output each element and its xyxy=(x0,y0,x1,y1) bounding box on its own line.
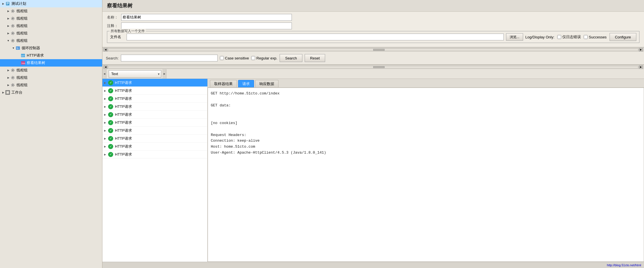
gear-icon xyxy=(10,68,15,73)
file-group-legend: 所有数据写入一个文件 xyxy=(110,29,146,34)
log-errors-checkbox[interactable] xyxy=(557,35,561,39)
list-item-label: HTTP请求 xyxy=(115,128,132,133)
scrollbar-top[interactable]: ◀ ▶ xyxy=(102,47,644,52)
plan-icon xyxy=(5,1,10,6)
list-panel: ▶ ✓ HTTP请求 ▶ ✓ HTTP请求 ▶ ✓ HTTP请求 ▶ ✓ HTT… xyxy=(102,79,208,262)
configure-button[interactable]: Configure xyxy=(610,33,636,41)
text-dropdown-wrapper: Text RegExp Tester CSS/JQuery Tester JSO… xyxy=(109,70,161,78)
detail-content: GET http://home.51cto.com/index GET data… xyxy=(208,88,644,262)
http-icon: HTTP xyxy=(20,53,26,58)
list-item-label: HTTP请求 xyxy=(115,112,132,117)
arrow-icon xyxy=(16,61,20,65)
success-icon: ✓ xyxy=(108,136,113,141)
successes-label: Successes xyxy=(589,35,607,39)
search-button[interactable]: Search xyxy=(280,54,302,62)
list-item[interactable]: ▶ ✓ HTTP请求 xyxy=(102,79,207,87)
sidebar-item-label: 线程组 xyxy=(16,31,28,36)
list-arrow-icon: ▶ xyxy=(104,113,108,116)
arrow-icon: ▼ xyxy=(6,39,10,43)
sidebar-item-http-request[interactable]: HTTP HTTP请求 xyxy=(0,52,102,59)
sidebar-item-tg8[interactable]: ▶ 线程组 xyxy=(0,81,102,89)
toolbar-scroll-right[interactable]: ▶ xyxy=(162,69,166,79)
svg-point-22 xyxy=(12,77,14,79)
file-group-box: 所有数据写入一个文件 文件名 浏览... Log/Display Only: 仅… xyxy=(107,31,639,43)
list-item-label: HTTP请求 xyxy=(115,80,132,85)
browse-button[interactable]: 浏览... xyxy=(506,33,523,41)
list-item[interactable]: ▶ ✓ HTTP请求 xyxy=(102,135,207,143)
search-input[interactable] xyxy=(121,55,218,61)
sidebar-item-label: 测试计划 xyxy=(11,1,26,6)
list-item[interactable]: ▶ ✓ HTTP请求 xyxy=(102,143,207,151)
arrow-icon: ▶ xyxy=(6,68,10,72)
sidebar-item-tg1[interactable]: ▶ 线程组 xyxy=(0,7,102,15)
comment-input[interactable] xyxy=(121,22,292,29)
sidebar-item-tg5[interactable]: ▼ 线程组 xyxy=(0,37,102,44)
list-item[interactable]: ▶ ✓ HTTP请求 xyxy=(102,87,207,95)
sidebar-item-result-tree[interactable]: View 察看结果树 xyxy=(0,59,102,67)
arrow-icon: ▶ xyxy=(6,31,10,35)
scroll-right-btn2[interactable]: ▶ xyxy=(639,65,643,69)
list-item-label: HTTP请求 xyxy=(115,144,132,149)
sidebar-item-label: 循环控制器 xyxy=(22,46,40,51)
case-sensitive-checkbox[interactable] xyxy=(220,56,224,60)
list-arrow-icon: ▶ xyxy=(104,137,108,140)
sidebar-item-tg7[interactable]: ▶ 线程组 xyxy=(0,74,102,81)
scroll-right-btn[interactable]: ▶ xyxy=(639,48,643,51)
regex-checkbox[interactable] xyxy=(251,56,255,60)
success-icon: ✓ xyxy=(108,128,113,133)
detail-tabs: 取样器结果 请求 响应数据 xyxy=(208,79,644,88)
sidebar-item-workbench[interactable]: ▶ 工作台 xyxy=(0,89,102,96)
status-bar: http://blog.51cto.net/html xyxy=(102,262,644,268)
tab-response-data[interactable]: 响应数据 xyxy=(255,80,278,87)
svg-point-10 xyxy=(12,32,14,34)
sidebar-item-test-plan[interactable]: ▶ 测试计划 xyxy=(0,0,102,7)
sidebar-item-tg2[interactable]: ▶ 线程组 xyxy=(0,15,102,22)
scroll-track2 xyxy=(108,66,638,68)
list-arrow-icon: ▶ xyxy=(104,121,108,124)
list-arrow-icon: ▶ xyxy=(104,153,108,156)
search-row: Search: Case sensitive Regular exp. Sear… xyxy=(102,52,644,65)
svg-point-6 xyxy=(12,18,14,19)
text-dropdown[interactable]: Text RegExp Tester CSS/JQuery Tester JSO… xyxy=(109,70,161,78)
success-icon: ✓ xyxy=(108,88,113,93)
name-input[interactable] xyxy=(121,14,292,21)
tab-request[interactable]: 请求 xyxy=(238,80,254,87)
gear-icon xyxy=(10,23,15,28)
list-item[interactable]: ▶ ✓ HTTP请求 xyxy=(102,151,207,158)
name-label: 名称： xyxy=(107,15,121,20)
sidebar-item-tg3[interactable]: ▶ 线程组 xyxy=(0,22,102,30)
regex-group: Regular exp. xyxy=(251,56,277,60)
scroll-thumb2 xyxy=(373,66,385,68)
resulttree-icon: View xyxy=(20,60,26,65)
file-input[interactable] xyxy=(127,34,504,40)
list-item[interactable]: ▶ ✓ HTTP请求 xyxy=(102,111,207,119)
list-item[interactable]: ▶ ✓ HTTP请求 xyxy=(102,95,207,103)
sidebar-item-tg4[interactable]: ▶ 线程组 xyxy=(0,30,102,37)
sidebar-item-label: 线程组 xyxy=(16,68,28,73)
scrollbar-middle[interactable]: ◀ ▶ xyxy=(102,65,644,69)
workbench-icon xyxy=(5,90,10,95)
scroll-thumb xyxy=(373,49,385,51)
regex-label: Regular exp. xyxy=(256,56,277,60)
tab-sampler-result[interactable]: 取样器结果 xyxy=(210,80,237,87)
successes-checkbox[interactable] xyxy=(584,35,588,39)
svg-point-20 xyxy=(12,69,14,71)
sidebar-item-label: 线程组 xyxy=(16,9,28,14)
list-arrow-icon: ▶ xyxy=(104,129,108,132)
list-item[interactable]: ▶ ✓ HTTP请求 xyxy=(102,127,207,135)
gear-icon xyxy=(10,83,15,88)
sidebar-item-tg6[interactable]: ▶ 线程组 xyxy=(0,67,102,74)
comment-label: 注释： xyxy=(107,23,121,28)
form-area: 名称： 注释： 所有数据写入一个文件 文件名 浏览... Log/Display… xyxy=(102,12,644,47)
toolbar-scroll-left[interactable]: ◀ xyxy=(102,69,106,79)
list-item[interactable]: ▶ ✓ HTTP请求 xyxy=(102,103,207,111)
list-item[interactable]: ▶ ✓ HTTP请求 xyxy=(102,119,207,127)
scroll-left-btn2[interactable]: ◀ xyxy=(104,65,108,69)
content-split: ▶ ✓ HTTP请求 ▶ ✓ HTTP请求 ▶ ✓ HTTP请求 ▶ ✓ HTT… xyxy=(102,79,644,262)
scroll-left-btn[interactable]: ◀ xyxy=(104,48,108,51)
list-item-label: HTTP请求 xyxy=(115,136,132,141)
sidebar-item-loop-controller[interactable]: ▼ ↻ 循环控制器 xyxy=(0,44,102,52)
case-sensitive-label: Case sensitive xyxy=(225,56,249,60)
success-icon: ✓ xyxy=(108,152,113,157)
reset-button[interactable]: Reset xyxy=(305,54,325,62)
